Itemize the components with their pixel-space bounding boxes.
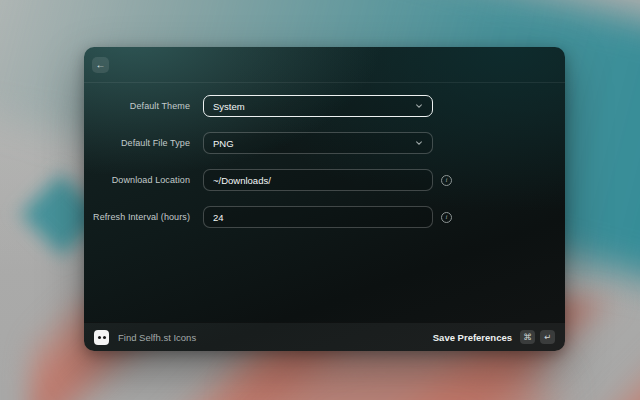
field-row-refresh-interval: Refresh Interval (hours) i bbox=[84, 206, 565, 228]
command-title: Find Selfh.st Icons bbox=[118, 332, 196, 343]
back-button[interactable]: ← bbox=[92, 57, 109, 73]
dropdown-value: System bbox=[213, 101, 245, 112]
field-row-default-theme: Default Theme System bbox=[84, 95, 565, 117]
selfhst-icons-logo-icon bbox=[94, 330, 109, 345]
logo-dot bbox=[103, 336, 106, 339]
chevron-down-icon bbox=[415, 102, 423, 110]
window-header: ← bbox=[84, 47, 565, 83]
default-theme-dropdown[interactable]: System bbox=[203, 95, 433, 117]
save-preferences-button[interactable]: Save Preferences bbox=[433, 332, 512, 343]
chevron-down-icon bbox=[415, 139, 423, 147]
field-label: Refresh Interval (hours) bbox=[84, 212, 190, 222]
preferences-form: Default Theme System Default File Type P… bbox=[84, 83, 565, 228]
field-row-default-file-type: Default File Type PNG bbox=[84, 132, 565, 154]
download-location-input[interactable] bbox=[203, 169, 433, 191]
action-bar: Find Selfh.st Icons Save Preferences ⌘ ↵ bbox=[84, 322, 565, 351]
info-icon[interactable]: i bbox=[441, 212, 452, 223]
back-arrow-icon: ← bbox=[96, 60, 106, 70]
primary-action: Save Preferences ⌘ ↵ bbox=[433, 330, 555, 344]
field-label: Download Location bbox=[84, 175, 190, 185]
refresh-interval-input[interactable] bbox=[203, 206, 433, 228]
dropdown-value: PNG bbox=[213, 138, 234, 149]
field-label: Default File Type bbox=[84, 138, 190, 148]
logo-dot bbox=[98, 336, 101, 339]
field-label: Default Theme bbox=[84, 101, 190, 111]
return-key-icon: ↵ bbox=[540, 330, 555, 344]
command-key-icon: ⌘ bbox=[520, 330, 535, 344]
default-file-type-dropdown[interactable]: PNG bbox=[203, 132, 433, 154]
field-row-download-location: Download Location i bbox=[84, 169, 565, 191]
info-icon[interactable]: i bbox=[441, 175, 452, 186]
desktop-wallpaper: ← Default Theme System Default File Type… bbox=[0, 0, 640, 400]
preferences-window: ← Default Theme System Default File Type… bbox=[84, 47, 565, 351]
